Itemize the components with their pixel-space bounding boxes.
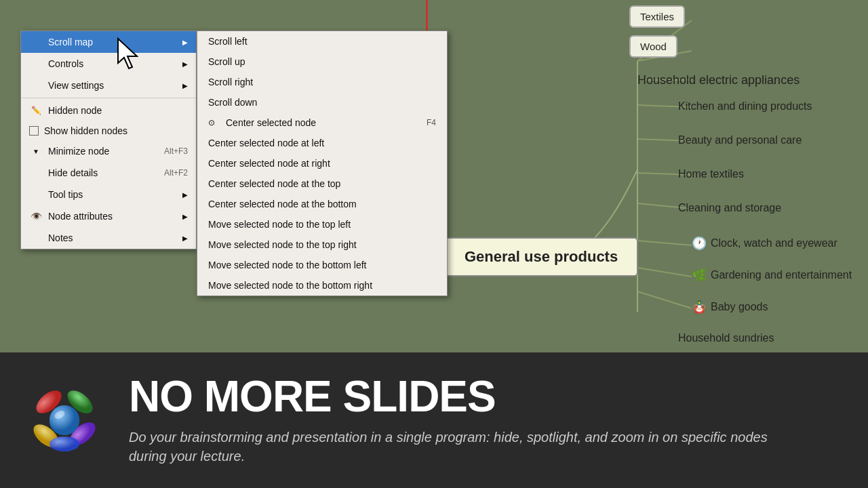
scroll-map-icon	[29, 35, 43, 49]
node-beauty[interactable]: Beauty and personal care	[678, 134, 802, 146]
submenu-scroll-right[interactable]: Scroll right	[197, 72, 447, 92]
triangle-icon: ▼	[29, 144, 43, 158]
node-cleaning[interactable]: Cleaning and storage	[678, 202, 781, 214]
submenu-center-left[interactable]: Center selected node at left	[197, 133, 447, 153]
node-clock[interactable]: 🕐 Clock, watch and eyewear	[692, 236, 837, 251]
logo-container	[20, 376, 108, 464]
svg-point-18	[50, 405, 79, 435]
menu-hidden-node[interactable]: ✏️ Hidden node	[21, 100, 196, 121]
pencil-icon: ✏️	[29, 104, 43, 117]
menu-notes[interactable]: Notes ▶	[21, 227, 196, 249]
notes-icon	[29, 231, 43, 245]
eye-icon: 👁️	[29, 209, 43, 223]
separator-1	[21, 98, 196, 98]
submenu-move-top-right[interactable]: Move selected node to the top right	[197, 235, 447, 255]
svg-line-8	[637, 268, 692, 277]
node-household-electric[interactable]: Household electric appliances	[637, 73, 800, 87]
bottom-banner: NO MORE SLIDES Do your brainstorming and…	[0, 352, 868, 488]
node-gardening[interactable]: 🌿 Gardening and entertainment	[692, 268, 852, 283]
context-menu: Scroll map ▶ Controls ▶ View settings ▶ …	[20, 30, 197, 249]
menu-node-attributes[interactable]: 👁️ Node attributes ▶	[21, 205, 196, 227]
controls-icon	[29, 57, 43, 70]
center-icon: ⊙	[208, 118, 215, 127]
node-home-textiles[interactable]: Home textiles	[678, 168, 744, 180]
hide-details-icon	[29, 166, 43, 180]
banner-text-container: NO MORE SLIDES Do your brainstorming and…	[129, 375, 773, 466]
tooltips-icon	[29, 188, 43, 201]
banner-title: NO MORE SLIDES	[129, 375, 773, 418]
banner-subtitle: Do your brainstorming and presentation i…	[129, 428, 773, 466]
node-baby[interactable]: 🪆 Baby goods	[692, 300, 768, 314]
submenu-move-bottom-left[interactable]: Move selected node to the bottom left	[197, 255, 447, 275]
svg-line-9	[637, 291, 692, 308]
menu-scroll-map[interactable]: Scroll map ▶	[21, 31, 196, 53]
app-logo	[20, 376, 108, 464]
menu-hide-details[interactable]: Hide details Alt+F2	[21, 162, 196, 184]
node-textiles[interactable]: Textiles	[629, 5, 685, 28]
menu-view-settings[interactable]: View settings ▶	[21, 75, 196, 96]
submenu-scroll: Scroll left Scroll up Scroll right Scrol…	[197, 30, 448, 296]
svg-line-7	[637, 241, 692, 245]
node-general-use[interactable]: General use products	[444, 237, 638, 277]
menu-show-hidden[interactable]: Show hidden nodes	[21, 121, 196, 140]
submenu-move-bottom-right[interactable]: Move selected node to the bottom right	[197, 275, 447, 296]
view-settings-icon	[29, 79, 43, 92]
menu-tooltips[interactable]: Tool tips ▶	[21, 184, 196, 205]
submenu-scroll-down[interactable]: Scroll down	[197, 92, 447, 113]
menu-controls[interactable]: Controls ▶	[21, 53, 196, 75]
submenu-scroll-left[interactable]: Scroll left	[197, 31, 447, 52]
node-wood[interactable]: Wood	[629, 35, 677, 58]
submenu-move-top-left[interactable]: Move selected node to the top left	[197, 214, 447, 235]
submenu-center-node[interactable]: ⊙ Center selected node F4	[197, 113, 447, 133]
submenu-scroll-up[interactable]: Scroll up	[197, 52, 447, 72]
menu-minimize-node[interactable]: ▼ Minimize node Alt+F3	[21, 140, 196, 162]
submenu-center-bottom[interactable]: Center selected node at the bottom	[197, 194, 447, 214]
submenu-center-right[interactable]: Center selected node at right	[197, 153, 447, 174]
canvas-area: Textiles Wood Household electric applian…	[0, 0, 868, 352]
submenu-center-top[interactable]: Center selected node at the top	[197, 174, 447, 194]
svg-point-17	[50, 436, 79, 451]
node-kitchen[interactable]: Kitchen and dining products	[678, 100, 812, 113]
checkbox-icon	[29, 126, 39, 136]
node-household-sundries[interactable]: Household sundries	[678, 332, 774, 344]
